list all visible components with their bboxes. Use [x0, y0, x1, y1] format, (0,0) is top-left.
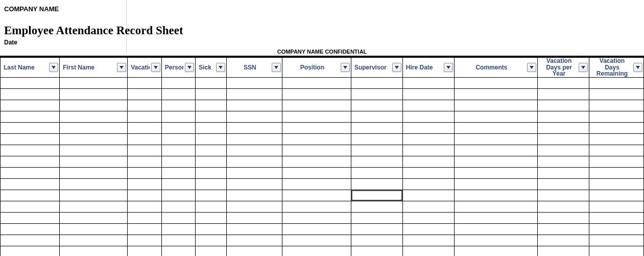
cell[interactable] [589, 212, 643, 223]
filter-dropdown-comments[interactable] [527, 63, 536, 72]
cell[interactable] [538, 235, 589, 246]
cell[interactable] [196, 167, 227, 178]
cell[interactable] [161, 122, 196, 133]
cell[interactable] [60, 190, 128, 201]
cell[interactable] [60, 156, 128, 167]
cell[interactable] [538, 223, 589, 235]
cell[interactable] [454, 77, 537, 88]
cell[interactable] [351, 223, 402, 235]
cell[interactable] [196, 223, 227, 235]
cell[interactable] [128, 133, 162, 145]
cell[interactable] [454, 235, 537, 246]
cell[interactable] [1, 145, 60, 156]
cell[interactable] [161, 235, 196, 246]
cell[interactable] [1, 133, 60, 145]
cell[interactable] [589, 77, 643, 88]
cell[interactable] [161, 212, 196, 223]
cell[interactable] [161, 88, 196, 100]
cell[interactable] [538, 190, 589, 201]
cell[interactable] [1, 246, 60, 256]
cell[interactable] [351, 156, 402, 167]
cell[interactable] [60, 167, 128, 178]
cell[interactable] [196, 156, 227, 167]
cell[interactable] [402, 100, 454, 111]
cell[interactable] [282, 223, 351, 235]
cell[interactable] [226, 100, 282, 111]
filter-dropdown-vac_remaining[interactable] [633, 63, 642, 72]
cell[interactable] [128, 201, 162, 212]
cell[interactable] [128, 145, 162, 156]
cell[interactable] [538, 246, 589, 256]
cell[interactable] [282, 145, 351, 156]
cell[interactable] [402, 145, 454, 156]
cell[interactable] [161, 133, 196, 145]
cell[interactable] [196, 77, 227, 88]
cell[interactable] [196, 145, 227, 156]
cell[interactable] [589, 190, 643, 201]
cell[interactable] [351, 212, 402, 223]
cell[interactable] [589, 178, 643, 190]
cell[interactable] [402, 235, 454, 246]
cell[interactable] [196, 122, 227, 133]
cell[interactable] [454, 88, 537, 100]
cell[interactable] [282, 235, 351, 246]
cell[interactable] [128, 246, 162, 256]
cell[interactable] [351, 201, 402, 212]
cell[interactable] [196, 190, 227, 201]
cell[interactable] [161, 156, 196, 167]
cell[interactable] [589, 122, 643, 133]
cell[interactable] [60, 88, 128, 100]
cell[interactable] [402, 212, 454, 223]
cell[interactable] [128, 122, 162, 133]
cell[interactable] [161, 145, 196, 156]
cell[interactable] [282, 133, 351, 145]
cell[interactable] [351, 100, 402, 111]
cell[interactable] [454, 145, 537, 156]
cell[interactable] [128, 111, 162, 122]
cell[interactable] [351, 133, 402, 145]
filter-dropdown-personal[interactable] [185, 63, 194, 72]
cell[interactable] [454, 100, 537, 111]
filter-dropdown-hire_date[interactable] [444, 63, 453, 72]
cell[interactable] [161, 100, 196, 111]
filter-dropdown-last_name[interactable] [49, 63, 58, 72]
cell[interactable] [226, 77, 282, 88]
cell[interactable] [60, 77, 128, 88]
cell[interactable] [196, 201, 227, 212]
cell[interactable] [351, 122, 402, 133]
cell[interactable] [128, 223, 162, 235]
cell[interactable] [454, 201, 537, 212]
cell[interactable] [161, 167, 196, 178]
cell[interactable] [454, 190, 537, 201]
cell[interactable] [1, 156, 60, 167]
cell[interactable] [454, 167, 537, 178]
cell[interactable] [589, 156, 643, 167]
cell[interactable] [351, 88, 402, 100]
cell[interactable] [1, 88, 60, 100]
cell[interactable] [161, 77, 196, 88]
cell[interactable] [538, 77, 589, 88]
cell[interactable] [589, 223, 643, 235]
cell[interactable] [538, 167, 589, 178]
cell[interactable] [226, 223, 282, 235]
cell[interactable] [196, 246, 227, 256]
cell[interactable] [402, 201, 454, 212]
cell[interactable] [128, 100, 162, 111]
cell[interactable] [60, 133, 128, 145]
cell[interactable] [1, 167, 60, 178]
cell[interactable] [589, 133, 643, 145]
cell[interactable] [538, 212, 589, 223]
cell[interactable] [402, 111, 454, 122]
cell[interactable] [226, 145, 282, 156]
cell[interactable] [196, 235, 227, 246]
cell[interactable] [196, 111, 227, 122]
cell[interactable] [589, 100, 643, 111]
cell[interactable] [196, 133, 227, 145]
cell[interactable] [128, 235, 162, 246]
cell[interactable] [589, 145, 643, 156]
filter-dropdown-ssn[interactable] [272, 63, 281, 72]
cell[interactable] [60, 145, 128, 156]
cell[interactable] [1, 100, 60, 111]
cell[interactable] [1, 77, 60, 88]
cell[interactable] [1, 223, 60, 235]
